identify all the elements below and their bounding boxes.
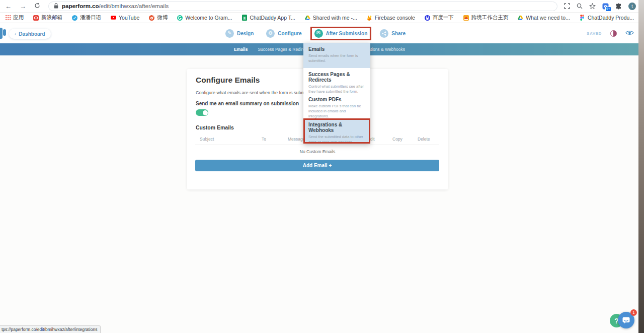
bookmark-label: ChatDaddy Produ...	[588, 15, 634, 21]
paperform-logo-icon	[0, 28, 6, 39]
gear-icon: ⚙	[266, 29, 275, 38]
dashboard-back-button[interactable]: ‹ Dashboard	[9, 29, 51, 39]
firebase-icon	[367, 15, 372, 21]
baidu-icon	[425, 15, 430, 21]
refresh-icon[interactable]	[34, 3, 40, 10]
bookmark-item[interactable]: 微博	[149, 14, 168, 21]
apps-grid-icon	[5, 15, 11, 21]
weibo-icon	[149, 15, 154, 21]
nav-after-submission[interactable]: ✉ After Submission	[310, 27, 371, 40]
col-delete: Delete	[418, 137, 430, 142]
nav-configure[interactable]: ⚙ Configure	[262, 27, 305, 40]
saved-status: SAVED	[587, 31, 602, 36]
bookmark-label: Welcome to Gram...	[185, 15, 232, 21]
lock-icon	[54, 2, 58, 11]
desktop-edge	[638, 0, 644, 333]
back-icon[interactable]: ←	[5, 3, 12, 10]
drive-icon	[305, 15, 310, 21]
sina-mail-icon	[33, 15, 39, 21]
bookmark-item[interactable]: 应用	[5, 14, 24, 21]
bookmark-item[interactable]: Shared with me -...	[305, 15, 357, 21]
dropdown-item-success-pages[interactable]: Success Pages & Redirects Control what s…	[303, 68, 370, 93]
email-summary-label: Send me an email summary on submission	[196, 101, 299, 106]
email-summary-toggle[interactable]	[196, 109, 208, 116]
bookmark-label: ChatDaddy App T...	[250, 15, 295, 21]
figma-icon	[580, 15, 585, 21]
subtab-success-pages[interactable]: Success Pages & Redirects	[258, 47, 310, 52]
col-copy: Copy	[392, 137, 403, 142]
extension-icon[interactable]: 9+	[602, 3, 609, 10]
after-submission-dropdown: Emails Send emails when the form is subm…	[303, 43, 370, 144]
bookmark-item[interactable]: 百度一下	[425, 14, 454, 21]
puzzle-icon[interactable]	[615, 3, 622, 10]
bookmark-label: YouTube	[119, 15, 139, 21]
browser-window: ← → paperform.co/edit/bmihwxaz/after/ema…	[0, 0, 644, 333]
youtube-icon	[111, 15, 116, 21]
bookmark-label: 潘潘日语	[80, 14, 101, 21]
header-right: SAVED	[587, 23, 634, 43]
blue-bird-icon	[72, 15, 77, 21]
subtab-emails[interactable]: Emails	[234, 47, 248, 52]
empty-state-text: No Custom Emails	[187, 149, 448, 154]
workbench-icon	[463, 15, 469, 21]
preview-eye-icon[interactable]	[625, 29, 634, 38]
dashboard-label: Dashboard	[19, 31, 45, 37]
chevron-left-icon: ‹	[15, 31, 16, 37]
nav-share[interactable]: Share	[376, 27, 410, 40]
url-text: paperform.co/edit/bmihwxaz/after/emails	[62, 3, 169, 9]
add-email-button[interactable]: Add Email +	[195, 160, 439, 171]
table-divider	[195, 145, 439, 145]
page-subtitle: Configure what emails are sent when the …	[196, 90, 315, 95]
bookmark-label: Shared with me -...	[313, 15, 357, 21]
pencil-icon: ✎	[225, 29, 234, 38]
bookmark-label: What we need to...	[526, 15, 570, 21]
dropdown-item-emails[interactable]: Emails Send emails when the form is subm…	[303, 43, 370, 68]
editor-nav: ✎ Design ⚙ Configure ✉ After Submission …	[221, 23, 410, 43]
bookmark-label: Firebase console	[375, 15, 415, 21]
grammarly-icon	[177, 15, 183, 21]
bookmark-label: 应用	[13, 14, 24, 21]
col-to: To	[262, 137, 266, 142]
page-title: Configure Emails	[196, 76, 260, 85]
forward-icon[interactable]: →	[20, 3, 26, 10]
bookmark-item[interactable]: YouTube	[111, 15, 139, 21]
col-subject: Subject	[200, 137, 214, 142]
bookmark-item[interactable]: 潘潘日语	[72, 14, 101, 21]
notification-badge: 1	[630, 309, 637, 316]
chat-widget: ? 1	[610, 309, 638, 330]
nav-design[interactable]: ✎ Design	[221, 27, 258, 40]
col-message: Message	[288, 137, 305, 142]
share-icon	[380, 29, 388, 38]
bookmarks-bar: 应用新浪邮箱潘潘日语YouTube微博Welcome to Gram...Cha…	[0, 13, 644, 23]
url-bar[interactable]: paperform.co/edit/bmihwxaz/after/emails	[48, 2, 557, 11]
dropdown-item-custom-pdfs[interactable]: Custom PDFs Make custom PDFs that can be…	[303, 93, 370, 118]
theme-contrast-icon[interactable]	[610, 30, 617, 37]
bookmark-label: 跨境工作台主页	[471, 14, 509, 21]
dropdown-item-integrations[interactable]: Integrations & Webhooks Send the submitt…	[303, 118, 370, 144]
sheets-icon	[242, 15, 247, 21]
profile-avatar[interactable]: t	[628, 3, 636, 10]
drive-icon	[518, 15, 523, 21]
paperform-header: ‹ Dashboard ✎ Design ⚙ Configure ✉ After…	[0, 23, 644, 43]
search-icon[interactable]	[577, 3, 583, 9]
bookmark-label: 新浪邮箱	[41, 14, 62, 21]
bookmark-item[interactable]: 跨境工作台主页	[463, 14, 509, 21]
bookmark-item[interactable]: Welcome to Gram...	[177, 15, 232, 21]
tab-search-icon[interactable]	[564, 3, 570, 9]
bookmark-item[interactable]: ChatDaddy App T...	[242, 15, 295, 21]
bookmark-item[interactable]: What we need to...	[518, 15, 570, 21]
bookmark-item[interactable]: 新浪邮箱	[33, 14, 62, 21]
envelope-icon: ✉	[314, 29, 323, 38]
bookmark-star-icon[interactable]	[589, 3, 596, 10]
address-bar: ← → paperform.co/edit/bmihwxaz/after/ema…	[0, 0, 644, 13]
bookmark-label: 百度一下	[433, 14, 454, 21]
status-link-preview: tps://paperform.co/edit/bmihwxaz/after/i…	[0, 325, 101, 333]
extension-badge: 9+	[605, 7, 611, 12]
bookmark-item[interactable]: Firebase console	[367, 15, 415, 21]
custom-emails-title: Custom Emails	[196, 124, 234, 130]
bookmark-item[interactable]: ChatDaddy Produ...	[580, 15, 634, 21]
bookmark-label: 微博	[157, 14, 168, 21]
